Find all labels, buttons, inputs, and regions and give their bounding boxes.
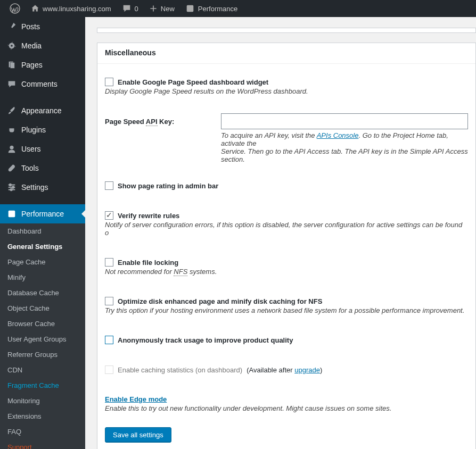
sub-extensions[interactable]: Extensions — [0, 409, 85, 424]
home-icon — [31, 4, 39, 13]
performance-label: Performance — [198, 5, 237, 13]
svg-rect-5 — [10, 63, 14, 69]
checkbox-enable-gps[interactable] — [105, 78, 113, 86]
desc-enable-gps: Display Google Page Speed results on the… — [105, 87, 468, 95]
toolbar-comments[interactable]: 0 — [117, 0, 144, 17]
svg-rect-10 — [9, 211, 15, 218]
svg-point-9 — [10, 189, 12, 191]
row-nfs-optimize[interactable]: Optimize disk enhanced page and minify d… — [105, 297, 468, 305]
site-name: www.linuxsharing.com — [43, 5, 111, 13]
admin-sidebar: Posts Media Pages Comments Appearance Pl… — [0, 17, 85, 449]
svg-point-8 — [12, 186, 14, 188]
wordpress-icon — [10, 3, 20, 14]
sub-browser-cache[interactable]: Browser Cache — [0, 316, 85, 331]
svg-point-6 — [10, 146, 13, 149]
api-key-hint: To acquire an API key, visit the APIs Co… — [221, 131, 468, 163]
menu-media[interactable]: Media — [0, 36, 85, 55]
sub-object-cache[interactable]: Object Cache — [0, 301, 85, 316]
new-label: New — [161, 5, 175, 13]
row-verify-rules[interactable]: Verify rewrite rules — [105, 211, 468, 220]
checkbox-nfs-optimize[interactable] — [105, 297, 113, 305]
user-icon — [6, 144, 17, 154]
save-all-button[interactable]: Save all settings — [105, 427, 171, 443]
performance-submenu: Dashboard General Settings Page Cache Mi… — [0, 223, 85, 449]
upgrade-link[interactable]: upgrade — [294, 366, 320, 374]
sub-cdn[interactable]: CDN — [0, 362, 85, 378]
menu-settings[interactable]: Settings — [0, 178, 85, 197]
checkbox-verify-rules[interactable] — [105, 211, 113, 220]
checkbox-show-rating[interactable] — [105, 181, 113, 190]
svg-rect-1 — [187, 5, 194, 12]
row-show-rating[interactable]: Show page rating in admin bar — [105, 181, 468, 190]
apis-console-link[interactable]: APIs Console — [317, 131, 359, 139]
performance-icon — [185, 4, 195, 13]
media-icon — [6, 40, 17, 51]
admin-toolbar: www.linuxsharing.com 0 New Performance — [0, 0, 476, 17]
gauge-icon — [6, 209, 17, 219]
svg-point-3 — [11, 45, 13, 47]
toolbar-new[interactable]: New — [144, 0, 180, 17]
desc-verify-rules: Notify of server configuration errors, i… — [105, 221, 468, 237]
desc-edge: Enable this to try out new functionality… — [105, 404, 468, 412]
sliders-icon — [6, 182, 17, 193]
comment-icon — [122, 4, 132, 13]
menu-pages[interactable]: Pages — [0, 55, 85, 74]
toolbar-performance[interactable]: Performance — [180, 0, 243, 17]
sub-general-settings[interactable]: General Settings — [0, 239, 85, 254]
menu-tools[interactable]: Tools — [0, 159, 85, 178]
site-link[interactable]: www.linuxsharing.com — [26, 0, 117, 17]
content-area: Miscellaneous Enable Google Page Speed d… — [85, 17, 476, 449]
menu-users[interactable]: Users — [0, 139, 85, 159]
sub-page-cache[interactable]: Page Cache — [0, 254, 85, 270]
menu-performance[interactable]: Performance — [0, 204, 85, 223]
checkbox-caching-stats — [105, 365, 113, 374]
comment-count: 0 — [135, 5, 138, 13]
checkbox-anon-track[interactable] — [105, 336, 113, 344]
desc-nfs-optimize: Try this option if your hosting environm… — [105, 306, 468, 314]
menu-appearance[interactable]: Appearance — [0, 101, 85, 120]
api-key-input[interactable] — [221, 113, 468, 129]
api-key-label: Page Speed API Key: — [105, 118, 221, 126]
sub-fragment-cache[interactable]: Fragment Cache — [0, 378, 85, 393]
prev-panel-bottom — [97, 28, 476, 33]
panel-title: Miscellaneous — [97, 43, 475, 64]
sub-referrer-groups[interactable]: Referrer Groups — [0, 347, 85, 362]
row-file-locking[interactable]: Enable file locking — [105, 258, 468, 267]
brush-icon — [6, 105, 17, 116]
upgrade-note: (Available after upgrade) — [247, 366, 322, 374]
sub-ua-groups[interactable]: User Agent Groups — [0, 331, 85, 347]
sub-database-cache[interactable]: Database Cache — [0, 285, 85, 301]
menu-posts[interactable]: Posts — [0, 17, 85, 36]
svg-point-7 — [10, 184, 12, 186]
sub-minify[interactable]: Minify — [0, 270, 85, 285]
sub-support[interactable]: Support — [0, 439, 85, 449]
plus-icon — [149, 4, 158, 13]
comments-icon — [6, 79, 17, 89]
row-enable-gps[interactable]: Enable Google Page Speed dashboard widge… — [105, 78, 468, 86]
desc-file-locking: Not recommended for NFS systems. — [105, 268, 468, 276]
sub-faq[interactable]: FAQ — [0, 424, 85, 439]
row-anon-track[interactable]: Anonymously track usage to improve produ… — [105, 336, 468, 344]
pages-icon — [6, 60, 17, 70]
sub-monitoring[interactable]: Monitoring — [0, 393, 85, 409]
enable-edge-link[interactable]: Enable Edge mode — [105, 395, 167, 403]
menu-comments[interactable]: Comments — [0, 74, 85, 94]
misc-panel: Miscellaneous Enable Google Page Speed d… — [97, 43, 476, 449]
menu-plugins[interactable]: Plugins — [0, 120, 85, 139]
wrench-icon — [6, 163, 17, 173]
sub-dashboard[interactable]: Dashboard — [0, 223, 85, 239]
checkbox-file-locking[interactable] — [105, 258, 113, 267]
pin-icon — [6, 21, 17, 32]
label-caching-stats: Enable caching statistics (on dashboard) — [118, 366, 242, 374]
wp-logo[interactable] — [4, 0, 26, 17]
plug-icon — [6, 124, 17, 135]
